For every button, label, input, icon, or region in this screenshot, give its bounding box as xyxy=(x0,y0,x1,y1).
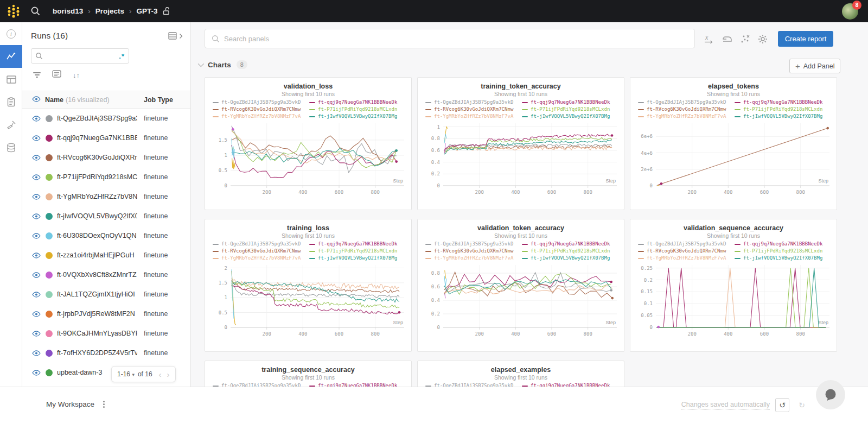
breadcrumb-project[interactable]: GPT-3 xyxy=(137,7,158,15)
regex-toggle[interactable]: .* xyxy=(119,52,125,60)
chart-panel-elapsed_examples[interactable]: elapsed_examplesShowing first 10 runsft-… xyxy=(417,361,624,387)
chart-area[interactable]: 20040060080000.20.40.60.8Step xyxy=(422,262,620,347)
visibility-eye-icon[interactable] xyxy=(32,155,41,161)
chart-panel-elapsed_tokens[interactable]: elapsed_tokensShowing first 10 runsft-Qg… xyxy=(630,77,837,210)
prev-page-button[interactable]: ‹ xyxy=(159,370,162,379)
run-name[interactable]: ft-jrpbPJVdj5ReW8tMF2N xyxy=(57,310,137,318)
chart-plot[interactable]: 20040060080000.511.5Step xyxy=(209,121,407,203)
chart-area[interactable]: 20040060080000.511.52Step xyxy=(209,262,407,347)
chart-panel-validation_sequence_accuracy[interactable]: validation_sequence_accuracyShowing firs… xyxy=(630,219,837,352)
run-row[interactable]: ft-jIwfVOQVL5VBwyQ2IfX07BMgfinetune xyxy=(22,206,190,226)
run-row[interactable]: ft-jrpbPJVdj5ReW8tMF2Nfinetune xyxy=(22,304,190,324)
run-row[interactable]: ft-YgMRbYoZHfRZz7bV8NMzF7vAfinetune xyxy=(22,187,190,206)
chevron-down-icon[interactable] xyxy=(198,61,204,67)
visibility-eye-icon[interactable] xyxy=(32,233,41,239)
visibility-eye-icon[interactable] xyxy=(32,350,41,356)
breadcrumb-user[interactable]: borisd13 xyxy=(53,7,83,15)
chart-panel-training_loss[interactable]: training_lossShowing first 10 runsft-Qge… xyxy=(205,219,412,352)
rail-sweeps-icon[interactable] xyxy=(0,113,22,136)
workspace-title[interactable]: My Workspace xyxy=(46,400,94,408)
run-name[interactable]: ft-P71ijFPdRiYqd9218sMCLxdn xyxy=(57,173,137,181)
undo-button[interactable]: ↺ xyxy=(775,398,789,412)
outliers-icon[interactable] xyxy=(739,33,751,45)
run-row[interactable]: ft-P71ijFPdRiYqd9218sMCLxdnfinetune xyxy=(22,167,190,187)
run-name[interactable]: ft-RVcog6K30vGoJdiQXRm7CNmw xyxy=(57,154,137,161)
run-row[interactable]: ft-qqj9q7NuegGa7NK1BBBNeeDkfinetune xyxy=(22,128,190,148)
x-axis-settings-icon[interactable]: x xyxy=(703,33,714,45)
navbar-profile[interactable]: 8 xyxy=(842,3,858,20)
run-row[interactable]: ft-0VQXbXv8Cft8xZMnrTZfinetune xyxy=(22,265,190,285)
wandb-logo-icon[interactable] xyxy=(7,3,21,20)
run-row[interactable]: ft-9OKCaJHMnYLyasDBYFfinetune xyxy=(22,324,190,343)
rail-artifacts-icon[interactable] xyxy=(0,136,22,159)
filter-icon[interactable] xyxy=(33,72,41,78)
navbar-search-icon[interactable] xyxy=(30,6,41,16)
visibility-eye-icon[interactable] xyxy=(32,331,41,337)
notification-badge[interactable]: 8 xyxy=(852,1,861,10)
run-name[interactable]: ft-0VQXbXv8Cft8xZMnrTZ xyxy=(57,271,137,279)
chart-area[interactable]: 20040060080000.20.40.60.81Step xyxy=(422,121,620,205)
chart-area[interactable]: 20040060080000.511.5Step xyxy=(209,121,407,205)
chart-panel-validation_token_accuracy[interactable]: validation_token_accuracyShowing first 1… xyxy=(417,219,624,352)
breadcrumb-projects[interactable]: Projects xyxy=(95,7,124,15)
run-name[interactable]: ft-9OKCaJHMnYLyasDBYF xyxy=(57,330,137,337)
visibility-eye-icon[interactable] xyxy=(32,272,41,278)
chart-area[interactable]: 20040060080002e+64e+66e+6Step xyxy=(634,121,833,205)
visibility-eye-icon[interactable] xyxy=(32,194,41,200)
add-panel-button[interactable]: + Add Panel xyxy=(789,59,840,73)
chart-plot[interactable]: 20040060080000.511.52Step xyxy=(209,262,407,345)
runs-search-input[interactable] xyxy=(46,52,119,60)
visibility-eye-icon[interactable] xyxy=(32,292,41,298)
chat-button[interactable] xyxy=(816,380,845,409)
run-row[interactable]: ft-RVcog6K30vGoJdiQXRm7CNmwfinetune xyxy=(22,148,190,167)
page-range-dropdown[interactable]: 1-16 ▾ xyxy=(117,370,135,378)
rail-overview-icon[interactable]: i xyxy=(0,22,22,45)
run-name[interactable]: ft-7ofHXY6D2DP5Z4V5rTv xyxy=(57,349,137,357)
chart-plot[interactable]: 20040060080000.20.40.60.8Step xyxy=(422,262,620,345)
rail-charts-icon[interactable] xyxy=(0,45,22,68)
visibility-eye-icon[interactable] xyxy=(32,311,41,317)
visibility-eye-icon[interactable] xyxy=(32,370,41,376)
svg-text:600: 600 xyxy=(547,331,556,337)
run-row[interactable]: ft-zza1oi4rbjMaHEjlPGuHfinetune xyxy=(22,245,190,265)
run-name[interactable]: ft-qqj9q7NuegGa7NK1BBBNeeDk xyxy=(57,134,137,142)
sort-icon[interactable]: ↓↑ xyxy=(73,71,80,79)
create-report-button[interactable]: Create report xyxy=(778,31,833,47)
chart-area[interactable]: 20040060080000.050.10.150.20.25Step xyxy=(634,262,833,347)
chart-plot[interactable]: 20040060080000.20.40.60.81Step xyxy=(422,121,620,203)
run-name[interactable]: ft-QgeZBdJIAj3SB7Spg9a35vkD xyxy=(57,115,137,122)
run-name[interactable]: ft-zza1oi4rbjMaHEjlPGuH xyxy=(57,251,137,259)
job-type-column-header[interactable]: Job Type xyxy=(144,96,173,104)
gear-icon[interactable] xyxy=(757,33,769,45)
chart-panel-training_token_accuracy[interactable]: training_token_accuracyShowing first 10 … xyxy=(417,77,624,210)
run-row[interactable]: ft-6U308DOexQnOyV1QNfinetune xyxy=(22,226,190,245)
group-icon[interactable] xyxy=(52,70,61,80)
expand-table-button[interactable] xyxy=(168,32,183,40)
top-navbar: borisd13 › Projects › GPT-3 8 xyxy=(0,0,868,22)
run-row[interactable]: ft-7ofHXY6D2DP5Z4V5rTvfinetune xyxy=(22,343,190,363)
chart-panel-training_sequence_accuracy[interactable]: training_sequence_accuracyShowing first … xyxy=(205,361,412,387)
charts-section-title[interactable]: Charts xyxy=(208,61,231,69)
run-name[interactable]: ft-YgMRbYoZHfRZz7bV8NMzF7vA xyxy=(57,193,137,200)
visibility-eye-icon[interactable] xyxy=(32,174,41,180)
run-name[interactable]: ft-JAL1TQZGjmIX1tjyHiOI xyxy=(57,291,137,298)
rail-table-icon[interactable] xyxy=(0,68,22,91)
next-page-button[interactable]: › xyxy=(167,370,170,379)
visibility-eye-icon[interactable] xyxy=(32,213,41,219)
run-row[interactable]: ft-JAL1TQZGjmIX1tjyHiOIfinetune xyxy=(22,285,190,304)
run-row[interactable]: ft-QgeZBdJIAj3SB7Spg9a35vkDfinetune xyxy=(22,109,190,128)
rail-logs-icon[interactable] xyxy=(0,91,22,113)
name-column-header[interactable]: Name xyxy=(45,96,63,104)
visibility-eye-icon[interactable] xyxy=(32,252,41,258)
panel-search-input[interactable] xyxy=(224,35,688,43)
chart-panel-validation_loss[interactable]: validation_lossShowing first 10 runsft-Q… xyxy=(205,77,412,210)
run-name[interactable]: ft-6U308DOexQnOyV1QN xyxy=(57,232,137,239)
smoothing-icon[interactable] xyxy=(721,33,733,45)
chart-plot[interactable]: 20040060080000.050.10.150.20.25Step xyxy=(634,262,833,345)
visibility-eye-icon[interactable] xyxy=(32,135,41,141)
visibility-eye-icon[interactable] xyxy=(32,96,41,104)
chart-plot[interactable]: 20040060080002e+64e+66e+6Step xyxy=(634,121,833,203)
run-name[interactable]: ft-jIwfVOQVL5VBwyQ2IfX07BMg xyxy=(57,212,137,220)
visibility-eye-icon[interactable] xyxy=(32,116,41,122)
workspace-menu-icon[interactable] xyxy=(103,401,105,408)
